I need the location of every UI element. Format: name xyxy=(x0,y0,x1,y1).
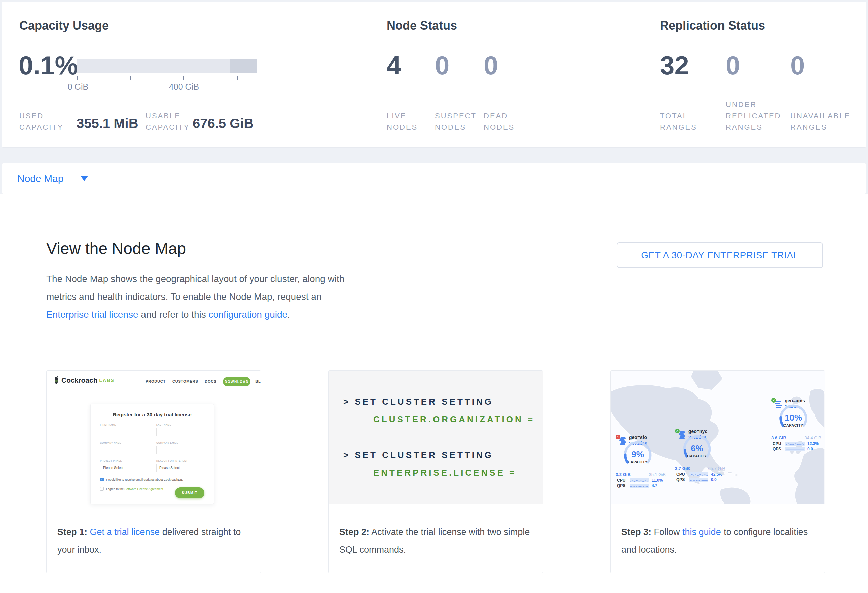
suspect-nodes-label: SUSPECT NODES xyxy=(435,110,485,133)
node-map-preview: 1 geo=sfo 2 Nodes 9% CAPACITY 3.2 GiB 35… xyxy=(611,371,825,504)
node-locality-label: geo=sfo xyxy=(629,434,647,440)
under-replicated-ranges-label: UNDER- REPLICATED RANGES xyxy=(725,99,787,133)
total-ranges-label: TOTAL RANGES xyxy=(660,110,709,133)
last-name-field[interactable] xyxy=(156,428,205,436)
cockroach-labs-logo: Cockroach LABS xyxy=(53,376,115,384)
company-name-field[interactable] xyxy=(100,446,149,454)
get-trial-license-link[interactable]: Get a trial license xyxy=(90,527,160,537)
capacity-axis-tick xyxy=(236,76,238,80)
capacity-used-gib: 3.2 GiB xyxy=(616,472,631,477)
logo-wordmark: Cockroach xyxy=(61,376,98,384)
nav-item-customers[interactable]: CUSTOMERS xyxy=(172,379,198,383)
live-nodes-label: LIVE NODES xyxy=(387,110,428,133)
sql-cluster-organization: CLUSTER.ORGANIZATION = xyxy=(373,414,534,425)
qps-label: QPS xyxy=(676,477,689,482)
cpu-value: 12.3% xyxy=(807,441,819,446)
under-replicated-ranges-value: 0 xyxy=(725,52,740,79)
logo-labs-suffix: LABS xyxy=(99,378,115,383)
qps-sparkline xyxy=(630,484,649,488)
qps-label: QPS xyxy=(772,447,785,451)
nav-item-blog[interactable]: BLOG xyxy=(255,379,261,383)
first-name-field[interactable] xyxy=(100,428,149,436)
step3-prefix: Step 3: xyxy=(621,527,651,537)
capacity-usage-title: Capacity Usage xyxy=(19,19,109,33)
intro-text: . xyxy=(287,309,290,319)
submit-button[interactable]: SUBMIT xyxy=(175,487,204,498)
replication-status-title: Replication Status xyxy=(660,19,765,33)
software-license-agreement-link[interactable]: Software License Agreement. xyxy=(125,487,164,491)
company-email-field[interactable] xyxy=(156,446,205,454)
step1-caption: Step 1: Get a trial license delivered st… xyxy=(58,523,252,559)
capacity-percent-label: 9% xyxy=(622,449,654,460)
cpu-sparkline xyxy=(785,441,805,446)
cluster-summary-panel: Capacity Usage 0.1% 0 GiB 400 GiB USED C… xyxy=(1,1,867,148)
cpu-label: CPU xyxy=(772,441,785,446)
used-capacity-label: USED CAPACITY xyxy=(19,110,68,133)
cpu-value: 42.5% xyxy=(711,472,722,477)
enterprise-trial-button[interactable]: GET A 30-DAY ENTERPRISE TRIAL xyxy=(617,243,823,268)
capacity-percent: 0.1% xyxy=(19,52,78,79)
download-button[interactable]: DOWNLOAD xyxy=(223,377,250,386)
node-map-dropdown[interactable]: Node Map xyxy=(17,163,88,194)
usable-capacity-value: 676.5 GiB xyxy=(193,116,253,131)
sql-set-cluster-setting-1: > SET CLUSTER SETTING xyxy=(343,397,493,407)
step3-caption: Step 3: Follow this guide to configure l… xyxy=(621,523,816,559)
company-email-label: COMPANY EMAIL xyxy=(156,441,178,444)
qps-value: 4.7 xyxy=(652,483,657,488)
configuration-guide-link[interactable]: configuration guide xyxy=(208,309,288,319)
sql-commands-preview: > SET CLUSTER SETTING CLUSTER.ORGANIZATI… xyxy=(329,371,543,504)
step2-caption: Step 2: Activate the trial license with … xyxy=(340,523,534,559)
qps-value: 0.0 xyxy=(807,447,813,451)
capacity-used-gib: 3.7 GiB xyxy=(675,466,690,471)
cpu-label: CPU xyxy=(617,478,630,483)
step1-card: Cockroach LABS PRODUCT CUSTOMERS DOCS RE… xyxy=(46,370,261,573)
cpu-value: 11.0% xyxy=(652,478,663,483)
used-capacity-value: 355.1 MiB xyxy=(77,116,139,131)
step1-prefix: Step 1: xyxy=(58,527,87,537)
email-updates-checkbox-row: ✓ I would like to receive email updates … xyxy=(100,478,183,481)
reason-for-interest-select[interactable]: Please Select xyxy=(156,464,205,472)
cpu-sparkline xyxy=(689,472,709,476)
license-agreement-checkbox[interactable] xyxy=(100,487,104,491)
project-phase-label: PROJECT PHASE xyxy=(100,460,122,462)
reason-for-interest-label: REASON FOR INTEREST xyxy=(156,460,187,462)
capacity-bar xyxy=(77,59,257,74)
capacity-total-gib: 65.7 GiB xyxy=(708,466,725,471)
step3-card: 1 geo=sfo 2 Nodes 9% CAPACITY 3.2 GiB 35… xyxy=(610,370,825,573)
license-agreement-text: I agree to the Software License Agreemen… xyxy=(106,487,164,491)
qps-sparkline xyxy=(689,478,709,482)
unavailable-ranges-value: 0 xyxy=(790,52,805,79)
step3-text: Follow xyxy=(651,527,682,537)
capacity-percent-label: 6% xyxy=(681,443,713,453)
page-title: View the Node Map xyxy=(46,240,186,258)
node-map-dropdown-label: Node Map xyxy=(17,173,63,184)
this-guide-link[interactable]: this guide xyxy=(682,527,721,537)
first-name-label: FIRST NAME xyxy=(100,424,116,426)
cockroach-bug-icon xyxy=(53,376,59,384)
sql-enterprise-license: ENTERPRISE.LICENSE = xyxy=(373,468,516,478)
capacity-axis-label-mid: 400 GiB xyxy=(157,82,211,92)
capacity-caption: CAPACITY xyxy=(681,454,713,458)
section-divider xyxy=(46,349,823,349)
view-selector-bar: Node Map xyxy=(1,163,867,194)
trial-register-form: Register for a 30-day trial license FIRS… xyxy=(90,404,214,504)
intro-text: The Node Map shows the geographical layo… xyxy=(46,274,344,302)
license-agreement-checkbox-row: I agree to the Software License Agreemen… xyxy=(100,487,164,491)
suspect-nodes-value: 0 xyxy=(435,52,449,79)
qps-sparkline xyxy=(785,447,805,451)
register-form-title: Register for a 30-day trial license xyxy=(91,412,214,417)
capacity-percent-label: 10% xyxy=(777,413,809,423)
project-phase-select[interactable]: Please Select xyxy=(100,464,149,472)
node-status-title: Node Status xyxy=(387,19,457,33)
nav-item-product[interactable]: PRODUCT xyxy=(146,379,165,383)
qps-value: 0.0 xyxy=(711,477,717,482)
capacity-total-gib: 35.1 GiB xyxy=(649,472,666,477)
enterprise-trial-license-link[interactable]: Enterprise trial license xyxy=(46,309,138,319)
email-updates-checkbox[interactable]: ✓ xyxy=(100,478,104,481)
nav-item-docs[interactable]: DOCS xyxy=(205,379,216,383)
dead-nodes-label: DEAD NODES xyxy=(484,110,525,133)
capacity-axis-tick xyxy=(183,76,184,80)
live-nodes-value: 4 xyxy=(387,52,401,79)
company-name-label: COMPANY NAME xyxy=(100,441,121,444)
total-ranges-value: 32 xyxy=(660,52,689,79)
